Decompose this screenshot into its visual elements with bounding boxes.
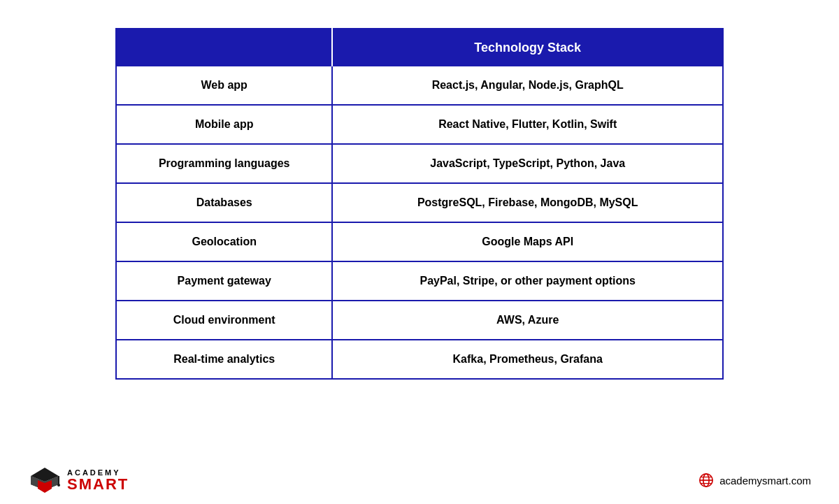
tech-cell: React.js, Angular, Node.js, GraphQL — [332, 66, 723, 105]
logo-text: ACADEMY SMART — [67, 469, 129, 492]
table-row: Cloud environmentAWS, Azure — [116, 301, 723, 340]
table-body: Web appReact.js, Angular, Node.js, Graph… — [116, 66, 723, 379]
category-cell: Web app — [116, 66, 332, 105]
tech-cell: AWS, Azure — [332, 301, 723, 340]
website-area: academysmart.com — [698, 473, 811, 488]
tech-cell: JavaScript, TypeScript, Python, Java — [332, 144, 723, 183]
table-header-row: Technology Stack — [116, 29, 723, 66]
logo-area: ACADEMY SMART — [28, 463, 129, 497]
tech-cell: PayPal, Stripe, or other payment options — [332, 261, 723, 301]
table-row: Web appReact.js, Angular, Node.js, Graph… — [116, 66, 723, 105]
category-cell: Mobile app — [116, 105, 332, 144]
category-cell: Databases — [116, 183, 332, 222]
category-cell: Payment gateway — [116, 261, 332, 301]
logo-smart-text: SMART — [67, 477, 129, 492]
category-cell: Geolocation — [116, 222, 332, 261]
table-row: Programming languagesJavaScript, TypeScr… — [116, 144, 723, 183]
category-cell: Cloud environment — [116, 301, 332, 340]
header-col1 — [116, 29, 332, 66]
tech-cell: Google Maps API — [332, 222, 723, 261]
tech-cell: PostgreSQL, Firebase, MongoDB, MySQL — [332, 183, 723, 222]
globe-icon — [698, 473, 714, 488]
website-text: academysmart.com — [719, 475, 811, 487]
category-cell: Programming languages — [116, 144, 332, 183]
table-row: DatabasesPostgreSQL, Firebase, MongoDB, … — [116, 183, 723, 222]
table-row: Real-time analyticsKafka, Prometheus, Gr… — [116, 340, 723, 379]
main-container: Technology Stack Web appReact.js, Angula… — [0, 0, 839, 456]
tech-cell: Kafka, Prometheus, Grafana — [332, 340, 723, 379]
footer: ACADEMY SMART academysmart.com — [0, 456, 839, 504]
category-cell: Real-time analytics — [116, 340, 332, 379]
svg-point-5 — [57, 484, 60, 487]
table-row: Payment gatewayPayPal, Stripe, or other … — [116, 261, 723, 301]
header-col2: Technology Stack — [332, 29, 723, 66]
table-wrapper: Technology Stack Web appReact.js, Angula… — [115, 28, 724, 380]
tech-cell: React Native, Flutter, Kotlin, Swift — [332, 105, 723, 144]
table-row: GeolocationGoogle Maps API — [116, 222, 723, 261]
table-row: Mobile appReact Native, Flutter, Kotlin,… — [116, 105, 723, 144]
technology-table: Technology Stack Web appReact.js, Angula… — [115, 28, 724, 380]
logo-icon — [28, 463, 62, 497]
